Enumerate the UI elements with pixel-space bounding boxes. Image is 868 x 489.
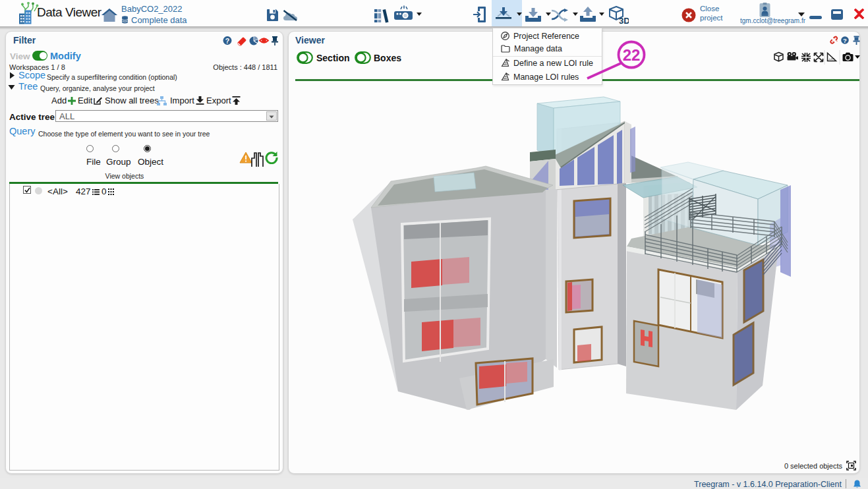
svg-text:3D: 3D bbox=[619, 16, 629, 24]
svg-text:22: 22 bbox=[623, 46, 641, 64]
